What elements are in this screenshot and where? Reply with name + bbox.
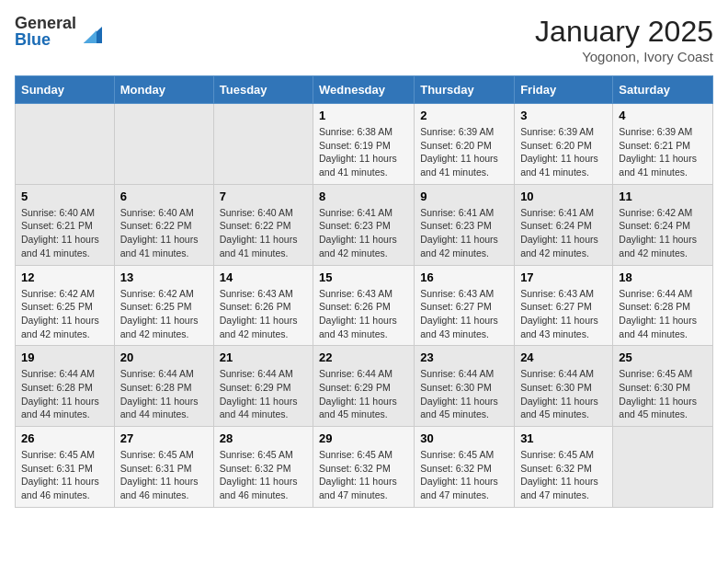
day-number: 21 <box>220 350 307 364</box>
day-number: 30 <box>420 431 508 445</box>
day-info: Sunrise: 6:45 AM Sunset: 6:31 PM Dayligh… <box>120 448 208 502</box>
day-number: 22 <box>319 350 408 364</box>
calendar-cell: 3Sunrise: 6:39 AM Sunset: 6:20 PM Daylig… <box>515 104 613 185</box>
calendar-cell: 20Sunrise: 6:44 AM Sunset: 6:28 PM Dayli… <box>114 346 213 427</box>
day-number: 5 <box>21 190 108 203</box>
day-info: Sunrise: 6:43 AM Sunset: 6:27 PM Dayligh… <box>520 287 607 341</box>
day-number: 25 <box>619 350 707 364</box>
weekday-header-tuesday: Tuesday <box>213 76 313 104</box>
logo-icon <box>80 17 102 43</box>
day-info: Sunrise: 6:39 AM Sunset: 6:20 PM Dayligh… <box>520 125 607 179</box>
calendar-cell: 22Sunrise: 6:44 AM Sunset: 6:29 PM Dayli… <box>313 346 415 427</box>
day-number: 20 <box>120 350 208 364</box>
calendar-cell: 16Sunrise: 6:43 AM Sunset: 6:27 PM Dayli… <box>415 265 515 346</box>
day-info: Sunrise: 6:42 AM Sunset: 6:25 PM Dayligh… <box>21 287 108 341</box>
calendar-cell <box>16 104 115 185</box>
calendar-cell: 10Sunrise: 6:41 AM Sunset: 6:24 PM Dayli… <box>515 184 613 265</box>
day-info: Sunrise: 6:43 AM Sunset: 6:26 PM Dayligh… <box>220 287 307 341</box>
day-info: Sunrise: 6:45 AM Sunset: 6:32 PM Dayligh… <box>319 448 408 502</box>
calendar-cell <box>213 104 313 185</box>
day-info: Sunrise: 6:41 AM Sunset: 6:23 PM Dayligh… <box>319 206 408 260</box>
calendar-cell: 14Sunrise: 6:43 AM Sunset: 6:26 PM Dayli… <box>213 265 313 346</box>
page-header: General Blue January 2025 Yogonon, Ivory… <box>15 15 713 64</box>
weekday-header-sunday: Sunday <box>16 76 115 104</box>
day-number: 23 <box>420 350 508 364</box>
day-info: Sunrise: 6:42 AM Sunset: 6:25 PM Dayligh… <box>120 287 208 341</box>
day-info: Sunrise: 6:44 AM Sunset: 6:29 PM Dayligh… <box>220 367 307 421</box>
weekday-header-friday: Friday <box>515 76 613 104</box>
day-info: Sunrise: 6:43 AM Sunset: 6:26 PM Dayligh… <box>319 287 408 341</box>
day-number: 12 <box>21 270 108 284</box>
calendar-cell: 1Sunrise: 6:38 AM Sunset: 6:19 PM Daylig… <box>313 104 415 185</box>
month-title: January 2025 <box>535 15 713 49</box>
calendar-cell: 27Sunrise: 6:45 AM Sunset: 6:31 PM Dayli… <box>114 427 213 508</box>
calendar-cell: 24Sunrise: 6:44 AM Sunset: 6:30 PM Dayli… <box>515 346 613 427</box>
calendar-cell: 2Sunrise: 6:39 AM Sunset: 6:20 PM Daylig… <box>415 104 515 185</box>
day-number: 17 <box>520 270 607 284</box>
day-info: Sunrise: 6:41 AM Sunset: 6:23 PM Dayligh… <box>420 206 508 260</box>
day-info: Sunrise: 6:44 AM Sunset: 6:28 PM Dayligh… <box>21 367 108 421</box>
week-row-3: 12Sunrise: 6:42 AM Sunset: 6:25 PM Dayli… <box>16 265 713 346</box>
day-number: 11 <box>619 190 707 203</box>
day-info: Sunrise: 6:44 AM Sunset: 6:28 PM Dayligh… <box>619 287 707 341</box>
day-number: 9 <box>420 190 508 203</box>
calendar-cell: 11Sunrise: 6:42 AM Sunset: 6:24 PM Dayli… <box>613 184 713 265</box>
calendar-cell: 25Sunrise: 6:45 AM Sunset: 6:30 PM Dayli… <box>613 346 713 427</box>
day-number: 29 <box>319 431 408 445</box>
day-info: Sunrise: 6:44 AM Sunset: 6:29 PM Dayligh… <box>319 367 408 421</box>
calendar-cell: 13Sunrise: 6:42 AM Sunset: 6:25 PM Dayli… <box>114 265 213 346</box>
weekday-header-wednesday: Wednesday <box>313 76 415 104</box>
weekday-header-thursday: Thursday <box>415 76 515 104</box>
day-number: 19 <box>21 350 108 364</box>
day-number: 26 <box>21 431 108 445</box>
day-info: Sunrise: 6:44 AM Sunset: 6:30 PM Dayligh… <box>520 367 607 421</box>
day-info: Sunrise: 6:40 AM Sunset: 6:22 PM Dayligh… <box>120 206 208 260</box>
calendar-cell: 18Sunrise: 6:44 AM Sunset: 6:28 PM Dayli… <box>613 265 713 346</box>
calendar-cell: 23Sunrise: 6:44 AM Sunset: 6:30 PM Dayli… <box>415 346 515 427</box>
day-number: 31 <box>520 431 607 445</box>
title-block: January 2025 Yogonon, Ivory Coast <box>535 15 713 64</box>
calendar-cell: 8Sunrise: 6:41 AM Sunset: 6:23 PM Daylig… <box>313 184 415 265</box>
day-number: 24 <box>520 350 607 364</box>
day-info: Sunrise: 6:43 AM Sunset: 6:27 PM Dayligh… <box>420 287 508 341</box>
logo: General Blue <box>15 15 102 48</box>
day-info: Sunrise: 6:45 AM Sunset: 6:30 PM Dayligh… <box>619 367 707 421</box>
location: Yogonon, Ivory Coast <box>535 49 713 64</box>
calendar-cell: 15Sunrise: 6:43 AM Sunset: 6:26 PM Dayli… <box>313 265 415 346</box>
day-number: 4 <box>619 109 707 122</box>
day-number: 15 <box>319 270 408 284</box>
week-row-4: 19Sunrise: 6:44 AM Sunset: 6:28 PM Dayli… <box>16 346 713 427</box>
calendar-table: SundayMondayTuesdayWednesdayThursdayFrid… <box>15 75 713 508</box>
logo-general-text: General <box>15 15 76 31</box>
calendar-cell: 26Sunrise: 6:45 AM Sunset: 6:31 PM Dayli… <box>16 427 115 508</box>
calendar-cell: 17Sunrise: 6:43 AM Sunset: 6:27 PM Dayli… <box>515 265 613 346</box>
day-number: 28 <box>220 431 307 445</box>
calendar-cell: 21Sunrise: 6:44 AM Sunset: 6:29 PM Dayli… <box>213 346 313 427</box>
day-number: 2 <box>420 109 508 122</box>
logo-blue-text: Blue <box>15 31 76 48</box>
calendar-cell: 30Sunrise: 6:45 AM Sunset: 6:32 PM Dayli… <box>415 427 515 508</box>
day-number: 1 <box>319 109 408 122</box>
day-number: 7 <box>220 190 307 203</box>
day-info: Sunrise: 6:41 AM Sunset: 6:24 PM Dayligh… <box>520 206 607 260</box>
weekday-header-saturday: Saturday <box>613 76 713 104</box>
day-info: Sunrise: 6:45 AM Sunset: 6:32 PM Dayligh… <box>220 448 307 502</box>
day-info: Sunrise: 6:40 AM Sunset: 6:22 PM Dayligh… <box>220 206 307 260</box>
day-info: Sunrise: 6:45 AM Sunset: 6:32 PM Dayligh… <box>420 448 508 502</box>
calendar-cell: 9Sunrise: 6:41 AM Sunset: 6:23 PM Daylig… <box>415 184 515 265</box>
week-row-1: 1Sunrise: 6:38 AM Sunset: 6:19 PM Daylig… <box>16 104 713 185</box>
weekday-header-row: SundayMondayTuesdayWednesdayThursdayFrid… <box>16 76 713 104</box>
day-number: 14 <box>220 270 307 284</box>
day-info: Sunrise: 6:39 AM Sunset: 6:21 PM Dayligh… <box>619 125 707 179</box>
day-info: Sunrise: 6:44 AM Sunset: 6:28 PM Dayligh… <box>120 367 208 421</box>
day-number: 10 <box>520 190 607 203</box>
calendar-cell <box>613 427 713 508</box>
calendar-cell: 4Sunrise: 6:39 AM Sunset: 6:21 PM Daylig… <box>613 104 713 185</box>
day-number: 6 <box>120 190 208 203</box>
calendar-cell: 29Sunrise: 6:45 AM Sunset: 6:32 PM Dayli… <box>313 427 415 508</box>
week-row-2: 5Sunrise: 6:40 AM Sunset: 6:21 PM Daylig… <box>16 184 713 265</box>
day-info: Sunrise: 6:45 AM Sunset: 6:32 PM Dayligh… <box>520 448 607 502</box>
day-info: Sunrise: 6:39 AM Sunset: 6:20 PM Dayligh… <box>420 125 508 179</box>
calendar-cell: 12Sunrise: 6:42 AM Sunset: 6:25 PM Dayli… <box>16 265 115 346</box>
day-info: Sunrise: 6:38 AM Sunset: 6:19 PM Dayligh… <box>319 125 408 179</box>
